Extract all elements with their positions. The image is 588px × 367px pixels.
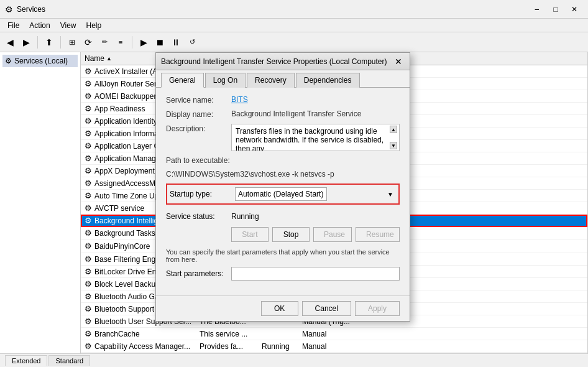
- description-box: Transfers files in the background using …: [231, 124, 400, 151]
- tab-general[interactable]: General: [161, 73, 204, 88]
- dialog-close-button[interactable]: ✕: [392, 55, 405, 68]
- toolbar-sep-2: [60, 36, 61, 49]
- params-input[interactable]: [231, 267, 400, 281]
- toolbar-forward[interactable]: ▶: [19, 35, 34, 50]
- ok-button[interactable]: OK: [261, 301, 298, 316]
- dialog-title-text: Background Intelligent Transfer Service …: [161, 57, 387, 66]
- service-icon: ⚙: [85, 191, 92, 200]
- service-icon: ⚙: [85, 292, 92, 301]
- toolbar: ◀ ▶ ⬆ ⊞ ⟳ ✏ ≡ ▶ ⏹ ⏸ ↺: [0, 32, 588, 52]
- close-button[interactable]: ✕: [566, 2, 583, 16]
- apply-button[interactable]: Apply: [355, 301, 400, 316]
- start-button[interactable]: Start: [231, 227, 269, 242]
- dialog-footer: OK Cancel Apply: [156, 295, 410, 321]
- service-icon: ⚙: [85, 267, 92, 276]
- service-desc-cell: This service ...: [196, 328, 258, 340]
- service-status-row: Service status: Running: [166, 212, 400, 221]
- display-name-value: Background Intelligent Transfer Service: [231, 109, 400, 118]
- maximize-button[interactable]: □: [547, 2, 564, 16]
- startup-select-wrapper: Automatic (Delayed Start) Automatic Manu…: [235, 187, 396, 201]
- service-status-value: Running: [231, 212, 259, 221]
- startup-type-row: Startup type: Automatic (Delayed Start) …: [166, 184, 400, 205]
- service-name-value[interactable]: BITS: [231, 95, 400, 104]
- dialog-title-bar: Background Intelligent Transfer Service …: [156, 53, 410, 70]
- stop-button[interactable]: Stop: [272, 227, 310, 242]
- service-icon: ⚙: [85, 154, 92, 163]
- toolbar-up[interactable]: ⬆: [42, 35, 57, 50]
- service-icon: ⚙: [85, 228, 92, 238]
- status-tabs: Extended Standard: [5, 355, 90, 366]
- title-bar-left: ⚙ Services: [5, 4, 45, 14]
- service-icon: ⚙: [85, 67, 92, 76]
- tab-recovery[interactable]: Recovery: [247, 73, 295, 88]
- list-item[interactable]: ⚙BranchCacheThis service ...Manual: [81, 328, 587, 340]
- dialog-body: Service name: BITS Display name: Backgro…: [156, 88, 410, 295]
- sidebar-icon: ⚙: [5, 57, 12, 65]
- service-icon: ⚙: [85, 129, 92, 138]
- toolbar-show-hide[interactable]: ⊞: [65, 35, 80, 50]
- display-name-label: Display name:: [166, 109, 231, 119]
- params-note: You can specify the start parameters tha…: [166, 248, 400, 263]
- main-content: ⚙ Services (Local) Name ▲ Description St…: [0, 52, 588, 353]
- menu-bar: File Action View Help: [0, 19, 588, 32]
- tab-dependencies[interactable]: Dependencies: [296, 73, 360, 88]
- service-icon: ⚙: [85, 141, 92, 151]
- service-name-label: Service name:: [166, 95, 231, 105]
- resume-button[interactable]: Resume: [356, 227, 400, 242]
- tab-extended[interactable]: Extended: [5, 355, 47, 366]
- toolbar-start[interactable]: ▶: [136, 35, 151, 50]
- service-name-cell: ⚙Capability Access Manager...: [81, 340, 196, 352]
- service-icon: ⚙: [85, 166, 92, 175]
- toolbar-pause[interactable]: ⏸: [168, 35, 183, 50]
- params-row: Start parameters:: [166, 267, 400, 281]
- service-name-row: Service name: BITS: [166, 95, 400, 105]
- toolbar-stop[interactable]: ⏹: [152, 35, 167, 50]
- window-title: Services: [17, 5, 45, 14]
- params-label: Start parameters:: [166, 269, 226, 278]
- service-icon: ⚙: [85, 304, 92, 314]
- select-arrow-icon: ▼: [387, 191, 393, 198]
- menu-view[interactable]: View: [55, 20, 81, 31]
- service-icon: ⚙: [85, 341, 92, 351]
- service-status-cell: Running: [258, 341, 298, 352]
- service-startup-cell: Manual: [298, 328, 357, 340]
- toolbar-refresh[interactable]: ⟳: [81, 35, 96, 50]
- list-item[interactable]: ⚙Capability Access Manager...Provides fa…: [81, 340, 587, 353]
- path-section: Path to executable: C:\WINDOWS\System32\…: [166, 156, 400, 179]
- service-icon: ⚙: [85, 79, 92, 88]
- title-bar: ⚙ Services ‒ □ ✕: [0, 0, 588, 19]
- service-icon: ⚙: [85, 104, 92, 113]
- service-name-cell: ⚙BranchCache: [81, 328, 196, 340]
- startup-type-select[interactable]: Automatic (Delayed Start) Automatic Manu…: [235, 187, 327, 201]
- service-icon: ⚙: [85, 279, 92, 289]
- menu-help[interactable]: Help: [81, 20, 107, 31]
- status-bar: Extended Standard: [0, 353, 588, 367]
- toolbar-back[interactable]: ◀: [2, 35, 17, 50]
- cancel-button[interactable]: Cancel: [302, 301, 351, 316]
- pause-button[interactable]: Pause: [313, 227, 352, 242]
- tab-standard[interactable]: Standard: [48, 355, 90, 366]
- minimize-button[interactable]: ‒: [528, 2, 546, 16]
- title-bar-controls: ‒ □ ✕: [528, 2, 583, 16]
- scroll-down-button[interactable]: ▼: [390, 142, 397, 149]
- startup-type-label: Startup type:: [170, 190, 235, 198]
- sidebar-label: Services (Local): [14, 57, 68, 65]
- toolbar-export[interactable]: ✏: [97, 35, 112, 50]
- sidebar-item-services-local[interactable]: ⚙ Services (Local): [2, 55, 78, 67]
- service-desc-cell: Provides fa...: [196, 341, 258, 352]
- toolbar-sep-3: [132, 36, 132, 49]
- toolbar-sep-1: [37, 36, 38, 49]
- service-startup-cell: Manual: [298, 341, 357, 352]
- path-value: C:\WINDOWS\System32\svchost.exe -k netsv…: [166, 170, 400, 179]
- service-icon: ⚙: [85, 241, 92, 251]
- toolbar-properties[interactable]: ≡: [113, 35, 128, 50]
- sidebar: ⚙ Services (Local): [0, 52, 81, 353]
- tab-logon[interactable]: Log On: [205, 73, 246, 88]
- service-icon: ⚙: [85, 329, 92, 338]
- scroll-up-button[interactable]: ▲: [390, 126, 397, 133]
- menu-action[interactable]: Action: [24, 20, 55, 31]
- menu-file[interactable]: File: [2, 20, 24, 31]
- service-icon: ⚙: [85, 254, 92, 264]
- description-scrollbar[interactable]: ▲ ▼: [389, 126, 398, 149]
- toolbar-restart[interactable]: ↺: [185, 35, 200, 50]
